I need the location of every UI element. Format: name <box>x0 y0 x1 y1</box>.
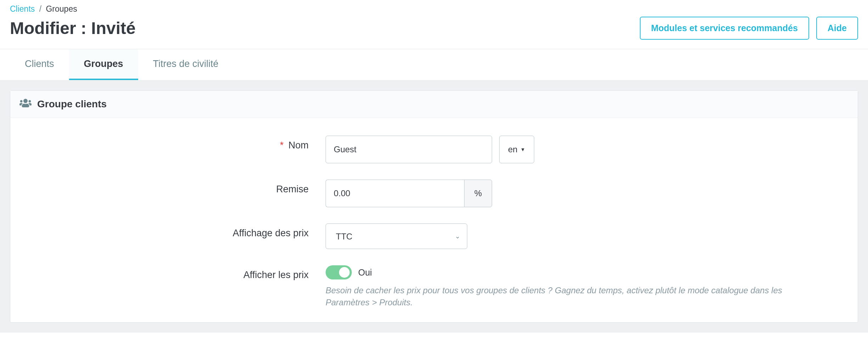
page-header: Modifier : Invité Modules et services re… <box>0 17 868 49</box>
show-prices-toggle-wrap: Oui <box>326 265 844 279</box>
discount-input-group: % <box>326 180 492 207</box>
tabs: Clients Groupes Titres de civilité <box>0 49 868 80</box>
tab-groupes[interactable]: Groupes <box>69 49 138 80</box>
price-display-select[interactable]: TTC <box>326 224 467 249</box>
panel-group-clients: Groupe clients * Nom en ▼ Remise <box>10 90 858 323</box>
breadcrumb: Clients / Groupes <box>0 0 868 17</box>
label-name-text: Nom <box>288 140 309 151</box>
language-code: en <box>508 145 518 154</box>
page-title: Modifier : Invité <box>10 18 136 38</box>
required-asterisk: * <box>280 140 284 151</box>
toggle-knob <box>339 267 350 278</box>
breadcrumb-current: Groupes <box>46 4 77 13</box>
row-discount: Remise % <box>24 180 844 207</box>
label-name: * Nom <box>24 136 326 151</box>
discount-input[interactable] <box>326 180 464 207</box>
help-button[interactable]: Aide <box>816 17 858 40</box>
breadcrumb-separator: / <box>39 4 41 13</box>
price-display-select-wrap: TTC ⌄ <box>326 224 467 249</box>
label-price-display: Affichage des prix <box>24 224 326 239</box>
row-price-display: Affichage des prix TTC ⌄ <box>24 224 844 249</box>
tab-titres[interactable]: Titres de civilité <box>138 49 233 80</box>
control-show-prices: Oui Besoin de cacher les prix pour tous … <box>326 265 844 308</box>
content-area: Groupe clients * Nom en ▼ Remise <box>0 80 868 333</box>
users-icon <box>19 98 32 111</box>
modules-button[interactable]: Modules et services recommandés <box>640 17 809 40</box>
panel-body: * Nom en ▼ Remise % <box>10 118 858 322</box>
show-prices-toggle[interactable] <box>326 265 352 279</box>
row-show-prices: Afficher les prix Oui Besoin de cacher l… <box>24 265 844 308</box>
control-discount: % <box>326 180 844 207</box>
name-input[interactable] <box>326 136 492 163</box>
panel-header: Groupe clients <box>10 91 858 118</box>
control-price-display: TTC ⌄ <box>326 224 844 249</box>
tab-clients[interactable]: Clients <box>10 49 69 80</box>
header-actions: Modules et services recommandés Aide <box>640 17 858 40</box>
discount-unit: % <box>464 180 492 207</box>
control-name: en ▼ <box>326 136 844 163</box>
label-show-prices: Afficher les prix <box>24 265 326 281</box>
language-dropdown[interactable]: en ▼ <box>499 136 534 163</box>
row-name: * Nom en ▼ <box>24 136 844 163</box>
label-discount: Remise <box>24 180 326 195</box>
caret-down-icon: ▼ <box>520 147 525 152</box>
breadcrumb-parent-link[interactable]: Clients <box>10 4 35 13</box>
panel-title: Groupe clients <box>37 98 107 110</box>
show-prices-value-label: Oui <box>358 267 372 278</box>
show-prices-help: Besoin de cacher les prix pour tous vos … <box>326 284 786 308</box>
